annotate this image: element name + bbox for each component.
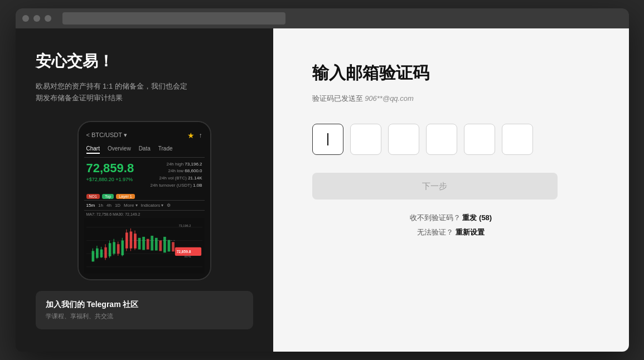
phone-tab-data[interactable]: Data xyxy=(139,145,151,154)
phone-tab-chart[interactable]: Chart xyxy=(86,145,100,154)
stat-24h-high: 24h high 73,196.2 xyxy=(151,161,202,168)
subtitle-prefix: 验证码已发送至 xyxy=(312,94,363,103)
otp-row xyxy=(312,124,590,155)
phone-screen: < BTC/USDT ▾ ★ ↑ Chart Overview Data Tra… xyxy=(79,122,210,279)
tf-settings-icon[interactable]: ⚙ xyxy=(167,203,171,208)
subtitle: 欧易对您的资产持有 1:1 的储备金，我们也会定期发布储备金证明审计结果 xyxy=(36,81,192,104)
email-masked: 906**@qq.com xyxy=(365,94,414,103)
svg-rect-16 xyxy=(113,242,115,254)
phone-tags: NO1 Top Layer 1 xyxy=(84,193,205,200)
phone-price-left: 72,859.8 +$72,880.20 +1.97% xyxy=(86,161,134,182)
tag-layer1: Layer 1 xyxy=(116,194,134,199)
resend-prefix: 收不到验证码？ xyxy=(410,213,461,222)
tf-4h[interactable]: 4h xyxy=(106,203,112,208)
phone-tabs: Chart Overview Data Trade xyxy=(84,143,205,158)
stat-vol-btc: 24h vol (BTC) 21.14K xyxy=(151,175,202,182)
tag-no1: NO1 xyxy=(86,194,100,199)
next-button[interactable]: 下一步 xyxy=(312,173,558,200)
otp-cursor xyxy=(327,133,328,145)
stat-24h-low: 24h low 68,600.0 xyxy=(151,168,202,175)
tf-indicators[interactable]: Indicators ▾ xyxy=(141,203,164,208)
svg-rect-38 xyxy=(163,237,166,252)
telegram-title: 加入我们的 Telegram 社区 xyxy=(46,300,243,310)
form-subtitle: 验证码已发送至 906**@qq.com xyxy=(312,94,590,104)
telegram-banner[interactable]: 加入我们的 Telegram 社区 学课程、享福利、共交流 xyxy=(36,291,253,329)
cant-verify-text: 无法验证？ 重新设置 xyxy=(312,227,590,237)
phone-header-right: ★ ↑ xyxy=(187,131,202,140)
stat-vol-usdt: 24h turnover (USDT) 1.0B xyxy=(151,182,202,189)
otp-box-2[interactable] xyxy=(350,124,381,155)
share-icon: ↑ xyxy=(199,132,202,139)
tag-top: Top xyxy=(102,194,114,199)
svg-rect-8 xyxy=(96,249,99,258)
svg-rect-24 xyxy=(129,231,132,248)
browser-window: 安心交易！ 欧易对您的资产持有 1:1 的储备金，我们也会定期发布储备金证明审计… xyxy=(16,8,629,352)
right-panel: 输入邮箱验证码 验证码已发送至 906**@qq.com 下一步 收不到验 xyxy=(273,28,629,352)
svg-rect-33 xyxy=(142,237,145,250)
traffic-light-3 xyxy=(45,15,51,22)
phone-tab-overview[interactable]: Overview xyxy=(108,145,131,154)
tf-15m[interactable]: 15m xyxy=(86,203,95,208)
main-title: 安心交易！ xyxy=(36,51,253,72)
svg-rect-36 xyxy=(154,238,157,251)
tf-1h[interactable]: 1h xyxy=(98,203,103,208)
phone-price-big: 72,859.8 xyxy=(86,161,134,176)
svg-rect-12 xyxy=(104,247,107,258)
phone-stats: 24h high 73,196.2 24h low 68,600.0 24h v… xyxy=(151,161,202,189)
phone-header: < BTC/USDT ▾ ★ ↑ xyxy=(84,128,205,143)
reset-link[interactable]: 重新设置 xyxy=(456,228,485,236)
star-icon: ★ xyxy=(187,131,195,140)
resend-link[interactable]: 重发 (58) xyxy=(462,213,492,222)
browser-content: 安心交易！ 欧易对您的资产持有 1:1 的储备金，我们也会定期发布储备金证明审计… xyxy=(16,28,629,352)
svg-rect-37 xyxy=(159,240,162,251)
svg-text:72,859.8: 72,859.8 xyxy=(176,250,191,254)
cant-verify-prefix: 无法验证？ xyxy=(417,228,453,236)
otp-box-1[interactable] xyxy=(312,124,343,155)
traffic-light-2 xyxy=(33,15,40,22)
phone-back: < BTC/USDT ▾ xyxy=(86,132,127,139)
otp-box-5[interactable] xyxy=(464,124,495,155)
phone-tab-trade[interactable]: Trade xyxy=(158,145,173,154)
svg-rect-40 xyxy=(172,242,175,251)
address-bar[interactable] xyxy=(62,12,285,25)
phone-price-change: +$72,880.20 +1.97% xyxy=(86,177,134,182)
svg-rect-34 xyxy=(146,239,149,249)
browser-titlebar xyxy=(16,8,629,28)
svg-rect-10 xyxy=(100,249,103,257)
otp-box-6[interactable] xyxy=(502,124,533,155)
telegram-subtitle: 学课程、享福利、共交流 xyxy=(46,312,243,320)
resend-text: 收不到验证码？ 重发 (58) xyxy=(312,213,590,223)
svg-text:00:41: 00:41 xyxy=(184,255,191,258)
phone-timeframes: 15m 1h 4h 1D More ▾ Indicators ▾ ⚙ xyxy=(84,200,205,211)
tf-1d[interactable]: 1D xyxy=(115,203,120,208)
phone-price-area: 72,859.8 +$72,880.20 +1.97% 24h high 73,… xyxy=(84,158,205,193)
tf-more[interactable]: More ▾ xyxy=(124,203,137,208)
chart-svg: 73,196.2 72,988.6 xyxy=(86,220,202,271)
left-panel: 安心交易！ 欧易对您的资产持有 1:1 的储备金，我们也会定期发布储备金证明审计… xyxy=(16,28,273,352)
form-title: 输入邮箱验证码 xyxy=(312,62,590,85)
otp-box-3[interactable] xyxy=(388,124,419,155)
phone-mockup: < BTC/USDT ▾ ★ ↑ Chart Overview Data Tra… xyxy=(78,121,211,280)
phone-chart-area: 73,196.2 72,988.6 xyxy=(84,218,205,274)
svg-rect-35 xyxy=(151,236,153,250)
svg-rect-39 xyxy=(167,240,170,251)
otp-box-4[interactable] xyxy=(426,124,457,155)
svg-rect-32 xyxy=(138,238,141,250)
svg-text:73,196.2: 73,196.2 xyxy=(178,224,191,227)
ma-labels: MA7: 72,758.6 MA30: 72,149.2 xyxy=(84,211,205,218)
traffic-light-1 xyxy=(22,15,29,22)
svg-rect-20 xyxy=(121,240,124,255)
